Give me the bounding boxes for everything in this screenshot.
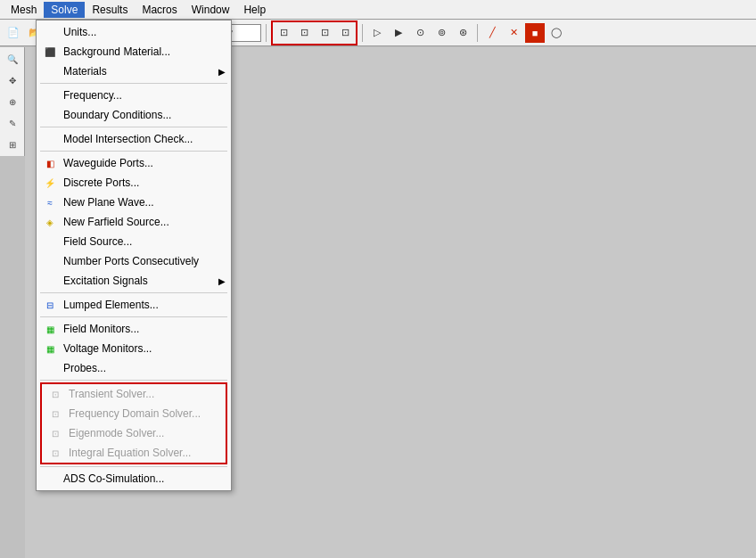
toolbar-new-btn[interactable]: 📄 (4, 23, 23, 43)
toolbar-sep6 (477, 24, 478, 42)
menu-item-background-material[interactable]: ⬛ Background Material... (37, 42, 231, 62)
eigenmode-solver-icon: ⊡ (47, 425, 63, 441)
menu-item-waveguide-ports-label: Waveguide Ports... (63, 157, 153, 169)
menu-item-field-monitors-label: Field Monitors... (63, 323, 139, 335)
menu-sep2 (40, 127, 227, 127)
toolbar-port2-btn[interactable]: ⊡ (294, 23, 314, 43)
voltage-monitors-icon: ▦ (42, 341, 58, 357)
menu-results[interactable]: Results (85, 2, 135, 18)
toolbar-port4-btn[interactable]: ⊡ (335, 23, 355, 43)
menu-window[interactable]: Window (185, 2, 237, 18)
menu-item-integral-solver-label: Integral Equation Solver... (69, 447, 191, 459)
menu-mesh[interactable]: Mesh (4, 2, 44, 18)
toolbar-port1-btn[interactable]: ⊡ (274, 23, 293, 43)
menu-sep4 (40, 292, 227, 293)
farfield-icon: ◈ (42, 214, 58, 230)
menu-item-model-intersection-label: Model Intersection Check... (63, 133, 193, 145)
menu-item-ads-cosim[interactable]: ADS Co-Simulation... (37, 469, 231, 488)
toolbar-run4-btn[interactable]: ⊚ (431, 23, 451, 43)
materials-submenu-arrow: ▶ (218, 67, 226, 77)
menu-item-lumped-elements-label: Lumped Elements... (63, 299, 159, 311)
toolbar-run1-btn[interactable]: ▷ (367, 23, 387, 43)
toolbar-draw1-btn[interactable]: ╱ (482, 23, 502, 43)
solve-dropdown-menu: Units... ⬛ Background Material... Materi… (36, 20, 232, 491)
menu-sep3 (40, 151, 227, 152)
menu-item-freq-domain-solver[interactable]: ⊡ Frequency Domain Solver... (42, 404, 226, 423)
menu-help[interactable]: Help (236, 2, 273, 18)
menu-item-discrete-ports[interactable]: ⚡ Discrete Ports... (37, 173, 231, 193)
menu-item-probes-label: Probes... (63, 362, 106, 374)
menu-item-excitation-signals[interactable]: Excitation Signals ▶ (37, 271, 231, 291)
menu-sep1 (40, 83, 227, 84)
integral-solver-icon: ⊡ (47, 445, 63, 461)
menu-macros[interactable]: Macros (135, 2, 184, 18)
menu-item-background-label: Background Material... (63, 45, 170, 58)
toolbar-draw3-btn[interactable]: ■ (525, 23, 545, 43)
transient-solver-icon: ⊡ (47, 386, 63, 402)
lumped-elements-icon: ⊟ (42, 297, 58, 313)
menu-item-ads-cosim-label: ADS Co-Simulation... (63, 472, 164, 485)
plane-wave-icon: ≈ (42, 194, 58, 210)
menu-item-freq-domain-solver-label: Frequency Domain Solver... (69, 407, 201, 420)
side-toolbar: 🔍 ✥ ⊕ ✎ ⊞ (0, 47, 25, 156)
waveguide-ports-icon: ◧ (42, 155, 58, 171)
menu-item-lumped-elements[interactable]: ⊟ Lumped Elements... (37, 295, 231, 315)
menu-item-transient-solver-label: Transient Solver... (69, 388, 154, 400)
menu-item-frequency[interactable]: Frequency... (37, 86, 231, 105)
discrete-ports-icon: ⚡ (42, 175, 58, 191)
menu-item-integral-solver[interactable]: ⊡ Integral Equation Solver... (42, 443, 226, 463)
menu-item-frequency-label: Frequency... (63, 89, 122, 102)
menu-solve[interactable]: Solve (44, 2, 85, 18)
menu-item-eigenmode-solver[interactable]: ⊡ Eigenmode Solver... (42, 423, 226, 443)
menu-item-transient-solver[interactable]: ⊡ Transient Solver... (42, 384, 226, 404)
side-zoom-btn[interactable]: 🔍 (3, 49, 22, 69)
menu-sep6 (40, 380, 227, 381)
menu-item-plane-wave-label: New Plane Wave... (63, 196, 154, 209)
menu-item-voltage-monitors-label: Voltage Monitors... (63, 342, 152, 355)
toolbar-sep4 (266, 24, 267, 42)
toolbar-port-group: ⊡ ⊡ ⊡ ⊡ (271, 21, 357, 45)
menu-item-discrete-ports-label: Discrete Ports... (63, 176, 139, 189)
toolbar-sep5 (362, 24, 363, 42)
menu-item-model-intersection[interactable]: Model Intersection Check... (37, 129, 231, 149)
background-material-icon: ⬛ (42, 44, 58, 60)
menu-item-field-source-label: Field Source... (63, 235, 132, 248)
toolbar-run3-btn[interactable]: ⊙ (410, 23, 430, 43)
menu-item-farfield-label: New Farfield Source... (63, 216, 169, 228)
menu-item-units-label: Units... (63, 26, 96, 38)
menu-sep5 (40, 316, 227, 317)
side-select-btn[interactable]: ⊕ (3, 92, 22, 111)
field-monitors-icon: ▦ (42, 321, 58, 337)
side-draw-btn[interactable]: ✎ (3, 113, 22, 133)
toolbar-draw2-btn[interactable]: ✕ (504, 23, 523, 43)
menubar: Mesh Solve Results Macros Window Help (0, 0, 756, 20)
menu-sep7 (40, 466, 227, 467)
menu-item-eigenmode-solver-label: Eigenmode Solver... (69, 427, 164, 439)
menu-item-field-monitors[interactable]: ▦ Field Monitors... (37, 319, 231, 339)
excitation-submenu-arrow: ▶ (218, 276, 226, 286)
menu-item-field-source[interactable]: Field Source... (37, 232, 231, 251)
freq-domain-solver-icon: ⊡ (47, 406, 63, 422)
menu-item-probes[interactable]: Probes... (37, 358, 231, 378)
menu-item-number-ports-label: Number Ports Consecutively (63, 255, 199, 267)
menu-item-voltage-monitors[interactable]: ▦ Voltage Monitors... (37, 339, 231, 358)
menu-item-excitation-label: Excitation Signals (63, 275, 148, 287)
menu-item-new-plane-wave[interactable]: ≈ New Plane Wave... (37, 193, 231, 212)
solver-section: ⊡ Transient Solver... ⊡ Frequency Domain… (40, 382, 227, 464)
menu-item-number-ports[interactable]: Number Ports Consecutively (37, 251, 231, 271)
toolbar-draw4-btn[interactable]: ◯ (546, 23, 566, 43)
toolbar-run2-btn[interactable]: ▶ (389, 23, 408, 43)
side-nav-btn[interactable]: ✥ (3, 70, 22, 90)
toolbar-run5-btn[interactable]: ⊛ (453, 23, 472, 43)
menu-item-boundary-conditions[interactable]: Boundary Conditions... (37, 105, 231, 125)
menu-item-boundary-label: Boundary Conditions... (63, 109, 171, 121)
menu-item-waveguide-ports[interactable]: ◧ Waveguide Ports... (37, 153, 231, 173)
menu-item-farfield-source[interactable]: ◈ New Farfield Source... (37, 212, 231, 232)
menu-item-units[interactable]: Units... (37, 22, 231, 42)
toolbar-port3-btn[interactable]: ⊡ (315, 23, 334, 43)
side-mesh-btn[interactable]: ⊞ (3, 135, 22, 154)
menu-item-materials-label: Materials (63, 65, 107, 78)
menu-item-materials[interactable]: Materials ▶ (37, 62, 231, 81)
